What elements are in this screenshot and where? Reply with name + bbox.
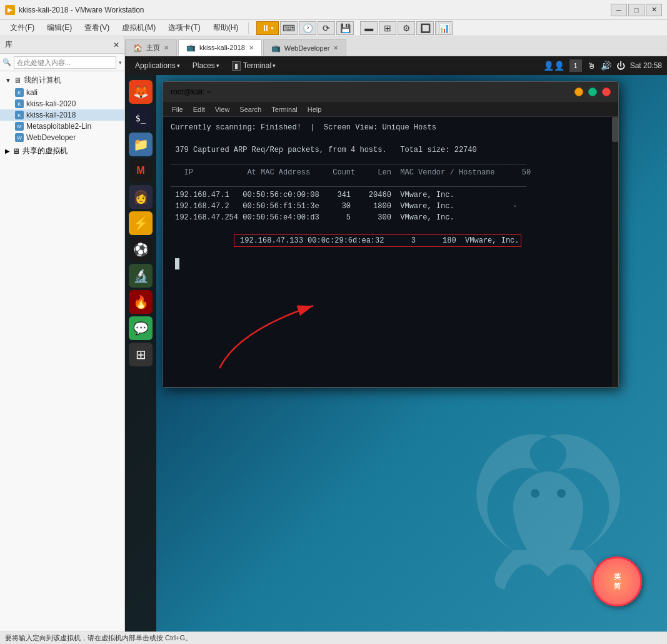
dock-files-icon[interactable]: 📁 [129, 133, 153, 156]
shared-vms-section[interactable]: ▶ 🖥 共享的虚拟机 [0, 144, 124, 158]
term-menu-file[interactable]: File [168, 105, 187, 114]
sidebar-close-icon[interactable]: ✕ [113, 41, 119, 49]
kali-terminal-icon: ▮ [232, 61, 241, 71]
sidebar-item-webdeveloper[interactable]: W WebDeveloper [0, 132, 124, 143]
kali-systray: 👤👤 [543, 61, 564, 71]
corner-badge-text: 英简 [614, 572, 621, 591]
unity-button[interactable]: ⊞ [379, 21, 396, 35]
kali-terminal-menu[interactable]: ▮ Terminal ▾ [227, 60, 281, 72]
terminal-title: root@kali: ~ [171, 88, 211, 96]
search-dropdown-icon[interactable]: ▾ [119, 59, 122, 66]
dock-burpsuite-icon[interactable]: ⚡ [129, 211, 153, 235]
mouse-icon[interactable]: 🖱 [587, 61, 596, 71]
send-ctrl-alt-del-button[interactable]: ⌨ [280, 21, 298, 35]
kali-applications-menu[interactable]: Applications ▾ [130, 60, 185, 71]
term-row-3: 192.168.47.254 00:50:56:e4:00:d3 5 300 V… [171, 212, 611, 223]
tab-webdev-close[interactable]: ✕ [333, 44, 338, 51]
vm-label-webdev: WebDeveloper [26, 133, 76, 142]
term-maximize-button[interactable]: □ [588, 88, 597, 96]
my-computer-label: 我的计算机 [24, 75, 61, 86]
suspend-button[interactable]: 💾 [336, 21, 354, 35]
tab-webdeveloper[interactable]: 📺 WebDeveloper ✕ [263, 39, 347, 56]
term-line-2 [171, 133, 611, 144]
dock-flashfire-icon[interactable]: 🔥 [129, 290, 153, 314]
terminal-titlebar: root@kali: ~ ─ □ ✕ [163, 82, 618, 102]
dock-metasploit-icon[interactable]: M [129, 159, 153, 183]
tab-kali-label: kkiss-kali-2018 [199, 44, 245, 51]
volume-icon[interactable]: 🔊 [601, 61, 611, 71]
sidebar-title: 库 [5, 39, 13, 50]
kali-places-label: Places [193, 61, 215, 70]
network-icon[interactable]: 👤👤 [543, 61, 564, 71]
revert-button[interactable]: ⟳ [318, 21, 335, 35]
dock-chat-icon[interactable]: 💬 [129, 316, 153, 340]
tabs-bar: 🏠 主页 ✕ 📺 kkiss-kali-2018 ✕ 📺 WebDevelope… [125, 36, 667, 56]
menu-help[interactable]: 帮助(H) [208, 21, 244, 34]
computer-icon: 🖥 [14, 76, 21, 85]
dock-firefox-icon[interactable]: 🦊 [129, 80, 153, 104]
term-menu-terminal[interactable]: Terminal [268, 105, 301, 114]
tab-kkiss-kali-2018[interactable]: 📺 kkiss-kali-2018 ✕ [178, 39, 262, 56]
vm-icon-metasploitable: M [15, 122, 24, 131]
sidebar-item-kkiss-kali-2020[interactable]: K kkiss-kali-2020 [0, 98, 124, 109]
term-close-button[interactable]: ✕ [602, 88, 611, 96]
window-title: kkiss-kali-2018 - VMware Workstation [19, 6, 611, 14]
dock-owasp-icon[interactable]: ⚽ [129, 238, 153, 261]
display-button[interactable]: 📊 [435, 21, 453, 35]
kali-places-menu[interactable]: Places ▾ [188, 60, 224, 71]
term-separator-2: ________________________________________… [171, 178, 611, 189]
kali-terminal-label: Terminal [243, 61, 271, 70]
pause-dropdown[interactable]: ▾ [271, 25, 274, 31]
pause-button[interactable]: ⏸ ▾ [256, 21, 279, 35]
term-menu-help[interactable]: Help [304, 105, 326, 114]
corner-decoration: 英简 [592, 556, 654, 619]
kali-desktop[interactable]: Applications ▾ Places ▾ ▮ Terminal ▾ [125, 56, 667, 631]
menu-tab[interactable]: 选项卡(T) [163, 21, 205, 34]
terminal-scrollbar[interactable] [612, 117, 618, 387]
menu-edit[interactable]: 编辑(E) [42, 21, 77, 34]
menu-view[interactable]: 查看(V) [79, 21, 114, 34]
search-input[interactable] [14, 56, 116, 69]
sidebar-header: 库 ✕ [0, 36, 124, 54]
home-tab-icon: 🏠 [133, 44, 143, 53]
dock-terminal-icon[interactable]: $_ [129, 106, 153, 130]
full-screen-button[interactable]: ▬ [360, 21, 378, 35]
svg-point-2 [557, 489, 566, 498]
snapshot-button[interactable]: 🕐 [299, 21, 316, 35]
sidebar-search-container: 🔍 ▾ [0, 54, 124, 71]
view-button[interactable]: 🔲 [416, 21, 434, 35]
term-header-1: IP At MAC Address Count Len MAC Vendor /… [171, 167, 611, 178]
term-menu-view[interactable]: View [211, 105, 234, 114]
sidebar-item-kali[interactable]: K kali [0, 87, 124, 98]
menu-file[interactable]: 文件(F) [5, 21, 39, 34]
maximize-button[interactable]: □ [628, 4, 644, 16]
term-row-highlighted: 192.168.47.133 00:0c:29:6d:ea:32 3 180 V… [171, 223, 611, 258]
term-menu-edit[interactable]: Edit [189, 105, 209, 114]
settings-button[interactable]: ⚙ [398, 21, 415, 35]
workspace-button[interactable]: 1 [569, 59, 582, 72]
menu-vm[interactable]: 虚拟机(M) [117, 21, 161, 34]
tab-home[interactable]: 🏠 主页 ✕ [125, 39, 177, 56]
terminal-body[interactable]: Currently scanning: Finished! | Screen V… [163, 117, 618, 387]
sidebar-item-metasploitable[interactable]: M Metasploitable2-Lin [0, 121, 124, 132]
dock-zaproxy-icon[interactable]: 🔬 [129, 264, 153, 288]
tab-kali-close[interactable]: ✕ [249, 44, 254, 51]
toolbar-section: ⏸ ▾ ⌨ 🕐 ⟳ 💾 ▬ ⊞ ⚙ 🔲 📊 [256, 21, 453, 35]
tab-home-close[interactable]: ✕ [164, 44, 169, 51]
dock-user-icon[interactable]: 👩 [129, 185, 153, 209]
sidebar-item-kkiss-kali-2018[interactable]: K kkiss-kali-2018 [0, 109, 124, 121]
term-menu-search[interactable]: Search [236, 105, 265, 114]
vm-content[interactable]: Applications ▾ Places ▾ ▮ Terminal ▾ [125, 56, 667, 631]
term-minimize-button[interactable]: ─ [574, 88, 583, 96]
term-line-1: Currently scanning: Finished! | Screen V… [171, 122, 611, 133]
close-button[interactable]: ✕ [646, 4, 662, 16]
dock-grid-icon[interactable]: ⊞ [129, 343, 153, 366]
svg-point-1 [531, 489, 539, 498]
vm-icon-2018: K [15, 111, 24, 119]
minimize-button[interactable]: ─ [611, 4, 627, 16]
menubar: 文件(F) 编辑(E) 查看(V) 虚拟机(M) 选项卡(T) 帮助(H) ⏸ … [0, 20, 667, 36]
terminal-window: root@kali: ~ ─ □ ✕ File Edit View Search… [163, 81, 619, 388]
terminal-scrollbar-thumb[interactable] [612, 117, 618, 142]
power-icon[interactable]: ⏻ [616, 61, 625, 71]
my-computer-header[interactable]: ▼ 🖥 我的计算机 [0, 74, 124, 87]
